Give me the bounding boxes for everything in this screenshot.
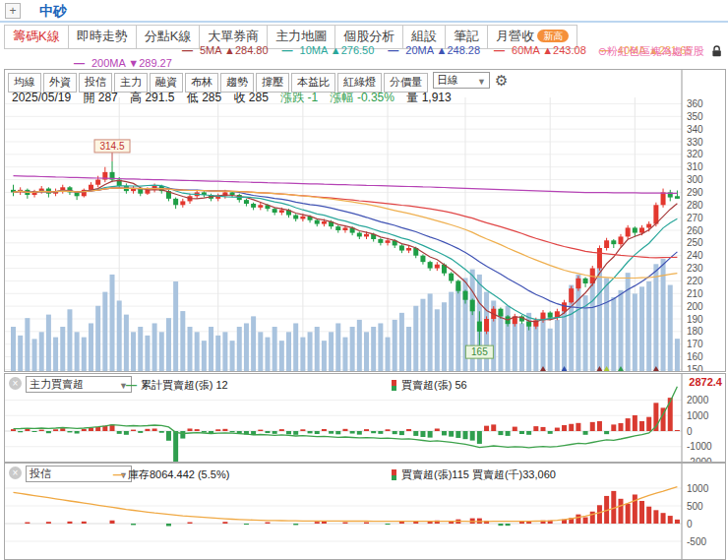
title-bar: + 中砂 <box>0 0 728 23</box>
ma-legend-label: 10MA ▲276.50 <box>300 44 375 56</box>
svg-text:270: 270 <box>687 213 703 223</box>
line-swatch: — <box>126 379 137 391</box>
quote-change-pct: 漲幅 -0.35% <box>331 91 394 104</box>
candlestick-chart[interactable]: 314.516515016017018019020021022023024025… <box>5 70 725 371</box>
main-force-header: × 主力買賣超▼ ? —累計買賣超(張) 12 買賣超(張) 56 <box>5 375 725 392</box>
svg-text:360: 360 <box>687 98 703 109</box>
add-tab-button[interactable]: + <box>5 3 21 19</box>
svg-text:2000: 2000 <box>687 395 709 405</box>
info-circle-icon: ⊙ <box>598 45 607 57</box>
svg-text:240: 240 <box>687 250 703 261</box>
netbuy-bar-legend: 買賣超(張) 56 <box>392 378 467 393</box>
holdings-line-legend: —庫存8064.442 (5.5%) <box>113 467 229 482</box>
svg-text:300: 300 <box>687 174 703 185</box>
ma-legend-label: 200MA ▼289.27 <box>91 57 172 69</box>
svg-text:314.5: 314.5 <box>100 141 125 152</box>
period-select[interactable]: 日線▼ <box>433 72 490 89</box>
quote-change: 漲跌 -1 <box>280 91 318 104</box>
svg-text:160: 160 <box>687 351 703 362</box>
svg-text:150: 150 <box>687 364 703 371</box>
invest-trust-panel: 10005000-500 × 投信▼ —庫存8064.442 (5.5%) 買賣… <box>4 463 726 560</box>
svg-text:260: 260 <box>687 225 703 236</box>
cumulative-latest-value: 2872.4 <box>689 376 722 388</box>
disposal-stock-note: ⊙粉紅色區塊為處置股 <box>598 44 704 59</box>
ma-legend-label: 5MA ▲284.80 <box>200 44 269 56</box>
quote-volume: 量 1,913 <box>406 91 451 104</box>
app-window: + 中砂 籌碼K線即時走勢分點K線大單券商主力地圖個股分析組設筆記月營收新高 —… <box>0 0 728 560</box>
svg-text:350: 350 <box>687 111 703 122</box>
svg-text:1000: 1000 <box>687 410 709 421</box>
quote-close: 收 285 <box>234 91 269 104</box>
quote-date: 2025/05/19 <box>12 91 71 104</box>
netbuy-bar-legend: 買賣超(張)115 買賣超(千)33,060 <box>392 467 556 482</box>
ma-legend-label: 20MA ▲248.28 <box>405 44 480 56</box>
main-chart-panel: 314.516515016017018019020021022023024025… <box>4 69 726 372</box>
close-icon[interactable]: × <box>9 467 22 479</box>
invest-trust-header: × 投信▼ —庫存8064.442 (5.5%) 買賣超(張)115 買賣超(千… <box>5 465 725 481</box>
line-swatch: — <box>388 44 398 56</box>
svg-text:230: 230 <box>687 263 703 274</box>
gear-icon[interactable]: ⚙ <box>495 72 508 89</box>
svg-text:-2000: -2000 <box>687 457 712 462</box>
svg-text:310: 310 <box>687 161 703 172</box>
line-swatch: — <box>182 44 193 56</box>
svg-text:500: 500 <box>687 501 703 512</box>
svg-text:220: 220 <box>687 276 703 286</box>
svg-text:-1000: -1000 <box>687 441 712 452</box>
cumulative-line-legend: —累計買賣超(張) 12 <box>126 378 228 393</box>
line-swatch: — <box>74 57 85 69</box>
ma-legend-60ma[interactable]: —60MA ▲243.08 <box>494 44 586 56</box>
svg-text:1000: 1000 <box>687 483 709 494</box>
svg-text:180: 180 <box>687 326 703 337</box>
svg-text:190: 190 <box>687 314 703 325</box>
bar-swatch <box>392 469 396 480</box>
svg-text:320: 320 <box>687 149 703 159</box>
quote-low: 低 285 <box>187 91 221 104</box>
svg-text:340: 340 <box>687 124 703 135</box>
svg-text:165: 165 <box>471 346 488 357</box>
svg-text:0: 0 <box>687 426 693 437</box>
svg-text:280: 280 <box>687 200 703 211</box>
svg-text:200: 200 <box>687 301 703 312</box>
new-high-badge: 新高 <box>537 30 569 42</box>
svg-text:330: 330 <box>687 137 703 148</box>
ma-legend-label: 60MA ▲243.08 <box>512 44 586 56</box>
chevron-down-icon: ▼ <box>477 75 486 90</box>
close-icon[interactable]: × <box>9 377 22 390</box>
line-swatch: — <box>282 44 293 56</box>
ma-legend-200ma[interactable]: —200MA ▼289.27 <box>74 57 172 69</box>
svg-text:0: 0 <box>687 519 693 529</box>
line-swatch: — <box>113 468 124 480</box>
svg-text:250: 250 <box>687 237 703 248</box>
quote-info-row: 2025/05/19 開 287 高 291.5 低 285 收 285 漲跌 … <box>12 90 460 106</box>
svg-text:290: 290 <box>687 187 703 198</box>
main-force-select[interactable]: 主力買賣超▼ <box>26 376 132 393</box>
main-force-panel: 200010000-1000-2000 × 主力買賣超▼ ? —累計買賣超(張)… <box>4 373 726 463</box>
svg-text:-500: -500 <box>687 536 706 547</box>
svg-text:210: 210 <box>687 288 703 299</box>
indicator-toolbar: 均線外資投信主力融資布林趨勢撐壓本益比紅綠燈分價量日線▼⚙ <box>8 72 508 90</box>
ma-legend-5ma[interactable]: —5MA ▲284.80 <box>182 44 269 56</box>
quote-open: 開 287 <box>83 91 117 104</box>
stock-name: 中砂 <box>39 3 67 21</box>
svg-text:170: 170 <box>687 339 703 349</box>
tab-bar: 籌碼K線即時走勢分點K線大單券商主力地圖個股分析組設筆記月營收新高 <box>4 25 577 44</box>
line-swatch: — <box>494 44 505 56</box>
ma-legend-20ma[interactable]: —20MA ▲248.28 <box>388 44 480 56</box>
ma-legend-10ma[interactable]: —10MA ▲276.50 <box>282 44 375 56</box>
quote-high: 高 291.5 <box>130 91 174 104</box>
bar-swatch <box>392 380 396 391</box>
lock-icon[interactable] <box>711 43 722 61</box>
